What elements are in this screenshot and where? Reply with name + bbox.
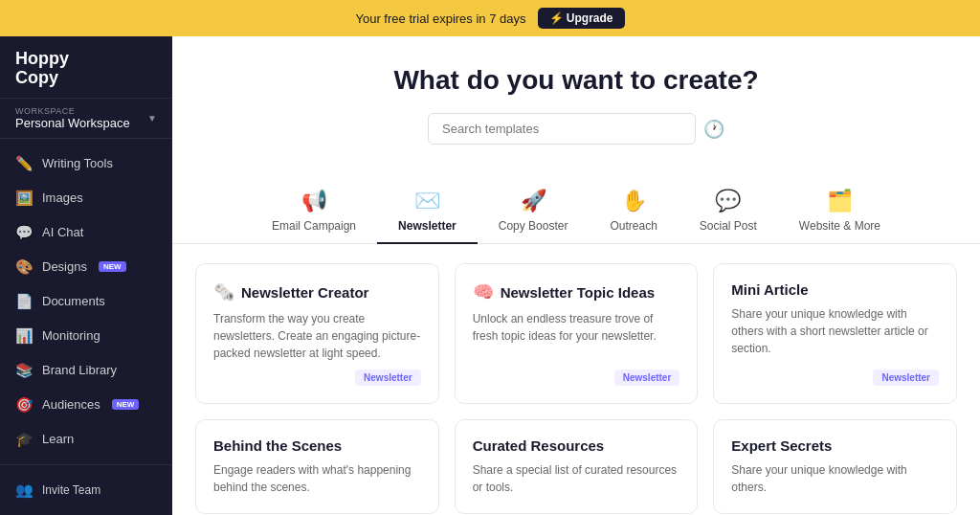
card-curated-resources[interactable]: Curated Resources Share a special list o… [455, 419, 699, 514]
sidebar-item-documents[interactable]: 📄 Documents [0, 284, 172, 319]
card-tag: Newsletter [614, 369, 680, 386]
card-icon: 🧠 [473, 281, 494, 302]
card-title-text: Expert Secrets [731, 437, 832, 454]
upgrade-button[interactable]: ⚡ Upgrade [538, 8, 625, 29]
workspace-selector[interactable]: Workspace Personal Workspace ▼ [0, 99, 172, 139]
sidebar-item-help-chat[interactable]: ❓ Need help? Chat with us [0, 507, 172, 515]
page-header: What do you want to create? 🕐 [172, 36, 980, 179]
sidebar-item-label: Learn [42, 432, 74, 446]
monitoring-icon: 📊 [15, 327, 33, 345]
workspace-label: Workspace [15, 106, 130, 116]
card-mini-article[interactable]: Mini Article Share your unique knowledge… [713, 263, 957, 404]
card-icon: 🗞️ [213, 281, 234, 302]
card-title-text: Behind the Scenes [213, 437, 342, 454]
tab-label: Website & More [799, 219, 880, 233]
templates-grid: 🗞️ Newsletter Creator Transform the way … [172, 263, 980, 515]
sidebar-item-label: Images [42, 190, 83, 205]
card-title-text: Newsletter Topic Ideas [501, 284, 655, 301]
sidebar-item-label: Brand Library [42, 363, 117, 377]
brand-library-icon: 📚 [15, 362, 33, 379]
sidebar-item-learn[interactable]: 🎓 Learn [0, 422, 172, 457]
card-title-text: Mini Article [731, 281, 808, 298]
sidebar-item-label: Invite Team [42, 483, 100, 497]
sidebar-item-ai-chat[interactable]: 💬 AI Chat [0, 215, 172, 250]
sidebar-item-brand-library[interactable]: 📚 Brand Library [0, 353, 172, 388]
tab-label: Email Campaign [272, 219, 356, 233]
card-title: Curated Resources [473, 437, 680, 454]
tab-outreach[interactable]: ✋ Outreach [589, 179, 678, 244]
sidebar: HoppyCopy Workspace Personal Workspace ▼… [0, 36, 172, 515]
invite-team-icon: 👥 [15, 481, 33, 499]
card-title: 🧠 Newsletter Topic Ideas [473, 281, 680, 302]
card-description: Share your unique knowledge with others. [731, 461, 939, 496]
chevron-down-icon: ▼ [147, 113, 157, 123]
sidebar-item-images[interactable]: 🖼️ Images [0, 181, 172, 215]
category-tabs: 📢 Email Campaign ✉️ Newsletter 🚀 Copy Bo… [172, 179, 980, 244]
sidebar-item-label: Audiences [42, 397, 100, 412]
history-icon[interactable]: 🕐 [703, 119, 724, 140]
sidebar-item-label: Writing Tools [42, 156, 113, 170]
card-title: 🗞️ Newsletter Creator [213, 281, 421, 302]
outreach-tab-icon: ✋ [621, 189, 647, 213]
main-content: What do you want to create? 🕐 📢 Email Ca… [172, 36, 980, 515]
card-description: Engage readers with what's happening beh… [213, 461, 421, 496]
sidebar-item-monitoring[interactable]: 📊 Monitoring [0, 319, 172, 353]
documents-icon: 📄 [15, 293, 33, 310]
badge-new: new [99, 261, 126, 272]
badge-new: new [112, 399, 140, 410]
sidebar-item-label: Documents [42, 294, 105, 308]
tab-website-more[interactable]: 🗂️ Website & More [778, 179, 902, 244]
card-description: Transform the way you create newsletters… [213, 310, 421, 362]
website-more-tab-icon: 🗂️ [827, 189, 853, 213]
card-tag: Newsletter [355, 369, 421, 386]
learn-icon: 🎓 [15, 431, 33, 448]
tab-label: Newsletter [398, 219, 457, 233]
tab-copy-booster[interactable]: 🚀 Copy Booster [478, 179, 590, 244]
card-title: Mini Article [731, 281, 939, 298]
card-newsletter-topic-ideas[interactable]: 🧠 Newsletter Topic Ideas Unlock an endle… [455, 263, 699, 404]
email-campaign-tab-icon: 📢 [301, 189, 327, 213]
sidebar-item-label: Designs [42, 259, 87, 274]
card-title-text: Newsletter Creator [241, 284, 368, 301]
search-input[interactable] [428, 113, 696, 145]
newsletter-tab-icon: ✉️ [414, 189, 440, 213]
designs-icon: 🎨 [15, 258, 33, 276]
sidebar-item-audiences[interactable]: 🎯 Audiences new [0, 388, 172, 422]
sidebar-item-label: Monitoring [42, 328, 100, 343]
tab-social-post[interactable]: 💬 Social Post [679, 179, 778, 244]
card-expert-secrets[interactable]: Expert Secrets Share your unique knowled… [713, 419, 957, 514]
tab-label: Social Post [700, 219, 757, 233]
writing-tools-icon: ✏️ [15, 155, 33, 172]
copy-booster-tab-icon: 🚀 [521, 189, 546, 213]
workspace-name: Personal Workspace [15, 116, 130, 130]
sidebar-item-writing-tools[interactable]: ✏️ Writing Tools [0, 146, 172, 181]
main-nav: ✏️ Writing Tools 🖼️ Images 💬 AI Chat 🎨 D… [0, 139, 172, 464]
tab-email-campaign[interactable]: 📢 Email Campaign [251, 179, 377, 244]
card-description: Share your unique knowledge with others … [731, 305, 939, 362]
trial-banner: Your free trial expires in 7 days ⚡ Upgr… [0, 0, 980, 36]
sidebar-item-designs[interactable]: 🎨 Designs new [0, 250, 172, 284]
sidebar-bottom-nav: 👥 Invite Team ❓ Need help? Chat with us … [0, 464, 172, 515]
card-behind-the-scenes[interactable]: Behind the Scenes Engage readers with wh… [195, 419, 439, 514]
tab-newsletter[interactable]: ✉️ Newsletter [377, 179, 478, 244]
tab-label: Copy Booster [499, 219, 568, 233]
card-title-text: Curated Resources [473, 437, 605, 454]
logo-area: HoppyCopy [0, 36, 172, 99]
sidebar-item-label: AI Chat [42, 225, 83, 239]
search-area: 🕐 [191, 113, 961, 145]
card-title: Expert Secrets [731, 437, 939, 454]
tab-label: Outreach [610, 219, 657, 233]
page-title: What do you want to create? [191, 65, 961, 96]
card-newsletter-creator[interactable]: 🗞️ Newsletter Creator Transform the way … [195, 263, 439, 404]
card-tag: Newsletter [873, 369, 939, 386]
images-icon: 🖼️ [15, 190, 33, 207]
sidebar-item-invite-team[interactable]: 👥 Invite Team [0, 473, 172, 507]
banner-text: Your free trial expires in 7 days [355, 11, 525, 26]
card-description: Share a special list of curated resource… [473, 461, 680, 496]
card-title: Behind the Scenes [213, 437, 421, 454]
audiences-icon: 🎯 [15, 396, 33, 414]
social-post-tab-icon: 💬 [715, 189, 741, 213]
card-description: Unlock an endless treasure trove of fres… [473, 310, 680, 362]
logo: HoppyCopy [15, 50, 157, 88]
ai-chat-icon: 💬 [15, 224, 33, 241]
